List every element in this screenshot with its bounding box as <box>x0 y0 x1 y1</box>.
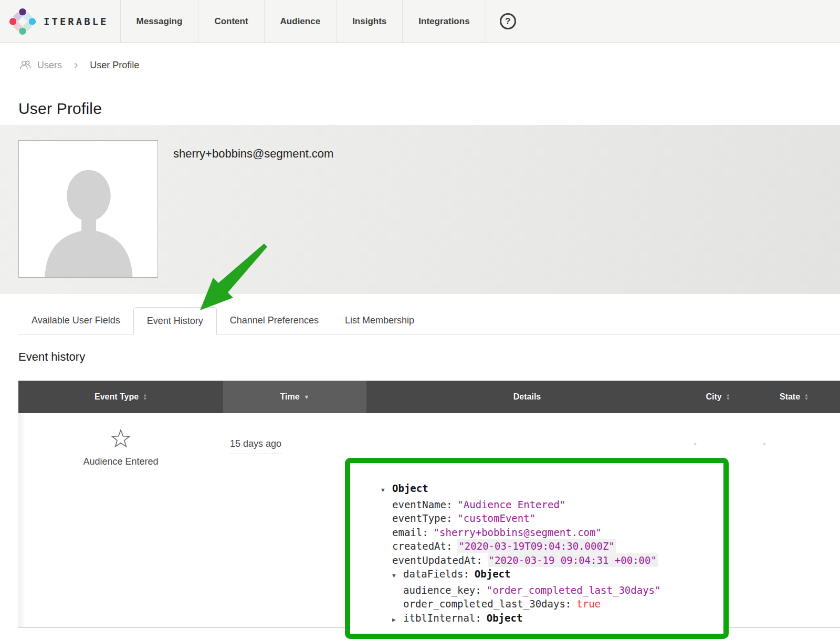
sort-both-icon: ▲▼ <box>143 393 147 401</box>
json-line: ▶itblInternal:Object <box>381 611 723 627</box>
avatar <box>18 140 158 278</box>
breadcrumb: Users › User Profile <box>19 59 840 71</box>
time-cell[interactable]: 15 days ago <box>230 438 281 454</box>
state-cell: - <box>763 438 766 449</box>
nav-item-messaging[interactable]: Messaging <box>120 0 198 43</box>
nav-item-content[interactable]: Content <box>198 0 264 43</box>
json-key: order_completed_last_30days: <box>403 598 571 610</box>
json-line: eventUpdatedAt:"2020-03-19 09:04:31 +00:… <box>381 553 723 568</box>
top-navigation: ITERABLE Messaging Content Audience Insi… <box>0 0 840 43</box>
sort-both-icon: ▲▼ <box>804 393 808 401</box>
page-title: User Profile <box>18 100 840 118</box>
city-cell: - <box>694 438 697 449</box>
column-header-state[interactable]: State ▲▼ <box>748 381 840 413</box>
nav-item-insights[interactable]: Insights <box>336 0 402 43</box>
section-heading: Event history <box>18 350 840 364</box>
expander-expanded-icon[interactable]: ▼ <box>392 569 403 583</box>
json-key: audience_key: <box>403 584 481 596</box>
json-line: eventName:"Audience Entered" <box>381 498 723 512</box>
json-line: eventType:"customEvent" <box>381 511 723 526</box>
column-header-details: Details <box>366 381 688 413</box>
json-value: "sherry+bobbins@segment.com" <box>434 527 602 538</box>
column-label: State <box>780 392 800 402</box>
event-type-cell: Audience Entered <box>18 429 223 467</box>
profile-tabs: Available User Fields Event History Chan… <box>18 307 840 334</box>
tab-list-membership[interactable]: List Membership <box>332 307 427 334</box>
sort-both-icon: ▲▼ <box>726 393 730 401</box>
brand-logo[interactable]: ITERABLE <box>0 0 120 43</box>
json-key: eventName: <box>392 499 452 510</box>
column-label: City <box>706 392 721 402</box>
breadcrumb-users-link[interactable]: Users <box>37 60 62 71</box>
primary-nav: Messaging Content Audience Insights Inte… <box>120 0 530 43</box>
column-header-event-type[interactable]: Event Type ▲▼ <box>18 381 223 413</box>
profile-email: sherry+bobbins@segment.com <box>173 147 333 161</box>
tab-channel-preferences[interactable]: Channel Preferences <box>217 307 332 334</box>
expander-expanded-icon[interactable]: ▼ <box>381 484 392 498</box>
json-key: itblInternal: <box>403 612 481 624</box>
breadcrumb-current: User Profile <box>90 60 139 71</box>
column-label: Event Type <box>94 392 139 402</box>
profile-summary: sherry+bobbins@segment.com <box>0 125 840 294</box>
table-header: Event Type ▲▼ Time ▼ Details City ▲▼ Sta… <box>18 381 840 413</box>
table-row: Audience Entered 15 days ago - - ▼Object… <box>18 413 840 628</box>
column-header-city[interactable]: City ▲▼ <box>688 381 748 413</box>
json-details-viewer: ▼Object eventName:"Audience Entered" eve… <box>350 463 723 627</box>
object-label: Object <box>392 482 428 494</box>
chevron-right-icon: › <box>68 60 84 70</box>
json-key: createdAt: <box>392 540 452 552</box>
json-line: createdAt:"2020-03-19T09:04:30.000Z" <box>381 539 723 553</box>
annotation-highlight-box: ▼Object eventName:"Audience Entered" eve… <box>345 458 729 639</box>
sort-desc-icon: ▼ <box>304 394 310 400</box>
json-line: ▼dataFields:Object <box>381 567 723 583</box>
help-button[interactable]: ? <box>486 0 530 43</box>
json-key: dataFields: <box>403 568 469 580</box>
json-line: audience_key:"order_completed_last_30day… <box>381 583 723 597</box>
object-label: Object <box>475 568 511 580</box>
json-value: "2020-03-19T09:04:30.000Z" <box>457 539 615 553</box>
column-header-time[interactable]: Time ▼ <box>223 381 366 413</box>
json-value: true <box>576 598 601 610</box>
json-value: "2020-03-19 09:04:31 +00:00" <box>488 553 658 567</box>
json-value: "order_completed_last_30days" <box>487 584 661 596</box>
json-key: eventUpdatedAt: <box>392 554 482 566</box>
nav-item-integrations[interactable]: Integrations <box>402 0 485 43</box>
tab-event-history[interactable]: Event History <box>133 307 217 334</box>
iterable-logo-icon <box>8 7 37 36</box>
expander-collapsed-icon[interactable]: ▶ <box>392 613 403 627</box>
json-line: ▼Object <box>381 481 723 498</box>
users-icon <box>19 60 32 70</box>
brand-name: ITERABLE <box>44 16 109 27</box>
column-label: Details <box>513 392 541 402</box>
json-line: email:"sherry+bobbins@segment.com" <box>381 526 723 540</box>
person-silhouette-icon <box>24 155 154 277</box>
event-type-label: Audience Entered <box>18 456 223 467</box>
nav-item-audience[interactable]: Audience <box>264 0 337 43</box>
column-label: Time <box>280 392 300 402</box>
json-value: "customEvent" <box>457 512 536 524</box>
json-key: eventType: <box>392 512 452 524</box>
help-icon: ? <box>500 13 516 29</box>
object-label: Object <box>487 612 523 624</box>
json-key: email: <box>392 527 428 538</box>
json-line: order_completed_last_30days:true <box>381 597 723 611</box>
json-value: "Audience Entered" <box>457 499 565 510</box>
event-history-table: Event Type ▲▼ Time ▼ Details City ▲▼ Sta… <box>18 381 840 628</box>
tab-available-user-fields[interactable]: Available User Fields <box>18 307 133 334</box>
star-icon <box>111 429 131 448</box>
